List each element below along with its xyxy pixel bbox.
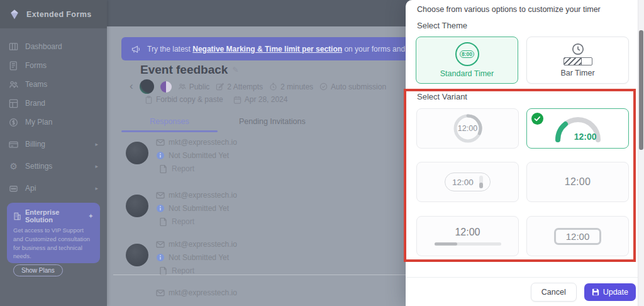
response-email: mkt@expresstech.io bbox=[156, 286, 237, 299]
sidebar-item-label: Brand bbox=[25, 99, 45, 108]
sidebar-item-label: Billing bbox=[25, 140, 45, 149]
modal-subtitle: Choose from various options to customize… bbox=[417, 5, 601, 14]
bar-timer-icon bbox=[564, 43, 592, 65]
timer-value: 12:00 bbox=[455, 227, 480, 238]
forms-icon bbox=[9, 61, 18, 71]
extended-forms-logo-icon bbox=[8, 8, 21, 21]
sidebar-item-label: Dashboard bbox=[25, 42, 62, 51]
date-meta: Apr 28, 2024 bbox=[233, 95, 288, 104]
megaphone-icon bbox=[131, 44, 141, 54]
pill-timer-icon: 12:00 bbox=[445, 173, 491, 191]
enterprise-title: Enterprise Solution bbox=[25, 208, 84, 224]
sidebar-item-brand[interactable]: Brand bbox=[0, 94, 107, 113]
app-window: Extended Forms Dashboard Forms Teams Bra… bbox=[0, 0, 644, 306]
sidebar-item-settings[interactable]: ⚙ Settings ▸ bbox=[0, 157, 107, 176]
variant-option-gauge-selected[interactable]: 12:00 bbox=[526, 108, 629, 149]
banner-link[interactable]: Negative Marking & Time limit per sectio… bbox=[192, 45, 342, 54]
sidebar-item-label: Teams bbox=[25, 80, 47, 89]
cancel-button[interactable]: Cancel bbox=[531, 283, 577, 302]
variant-option-progress-bar[interactable]: 12:00 bbox=[416, 216, 519, 256]
sidebar-item-forms[interactable]: Forms bbox=[0, 56, 107, 75]
scrollbar-track[interactable] bbox=[638, 0, 644, 306]
select-theme-label: Select Theme bbox=[417, 21, 467, 30]
mail-icon bbox=[156, 288, 165, 297]
app-title: Extended Forms bbox=[26, 10, 92, 19]
gauge-timer-icon: 12:00 bbox=[552, 113, 604, 144]
active-tab-underline bbox=[121, 130, 218, 132]
show-plans-button[interactable]: Show Plans bbox=[13, 264, 63, 276]
form-meta-row-2: Forbid copy & paste Apr 28, 2024 bbox=[145, 95, 287, 104]
teams-icon bbox=[9, 80, 18, 89]
response-status: Not Submitted Yet bbox=[156, 251, 237, 264]
settings-gear-icon: ⚙ bbox=[9, 162, 18, 171]
tab-pending-invitations[interactable]: Pending Invitations bbox=[239, 117, 306, 126]
modal-footer: Cancel Update bbox=[406, 277, 644, 306]
variant-option-boxed[interactable]: 12:00 bbox=[526, 216, 629, 256]
theme-color-dot bbox=[160, 81, 172, 93]
submenu-arrow-icon: ▸ bbox=[95, 185, 98, 191]
response-row[interactable]: mkt@expresstech.io bbox=[126, 286, 237, 306]
response-row[interactable]: mkt@expresstech.io Not Submitted Yet Rep… bbox=[126, 188, 237, 228]
sidebar-menu: Dashboard Forms Teams Brand My Plan Bill… bbox=[0, 37, 107, 198]
response-status: Not Submitted Yet bbox=[156, 149, 237, 162]
people-icon bbox=[178, 82, 186, 91]
response-report-link[interactable]: Report bbox=[156, 215, 237, 228]
logo-bar: Extended Forms bbox=[0, 0, 107, 28]
pencil-square-icon bbox=[216, 82, 224, 91]
avatar bbox=[126, 244, 148, 266]
sidebar-item-dashboard[interactable]: Dashboard bbox=[0, 37, 107, 56]
timer-value: 12:00 bbox=[565, 176, 591, 188]
enterprise-solution-card: Enterprise Solution ✦ Get access to VIP … bbox=[7, 203, 100, 263]
api-icon bbox=[9, 184, 18, 193]
variant-option-plain[interactable]: 12:00 bbox=[526, 162, 629, 202]
info-icon bbox=[156, 204, 165, 213]
auto-submission-meta: Auto submission bbox=[319, 82, 386, 91]
scrollbar-thumb[interactable] bbox=[639, 30, 643, 150]
variant-option-ring[interactable]: 12:00 bbox=[416, 108, 519, 149]
avatar bbox=[126, 142, 148, 164]
response-status: Not Submitted Yet bbox=[156, 201, 237, 215]
sidebar-item-label: My Plan bbox=[25, 118, 52, 127]
sidebar-item-api[interactable]: Api ▸ bbox=[0, 179, 107, 198]
sidebar-item-my-plan[interactable]: My Plan bbox=[0, 113, 107, 132]
file-icon bbox=[159, 266, 168, 275]
select-variant-label: Select Variant bbox=[417, 92, 467, 101]
response-row[interactable]: mkt@expresstech.io Not Submitted Yet Rep… bbox=[126, 135, 237, 175]
variant-option-pill[interactable]: 12:00 bbox=[416, 162, 519, 202]
submenu-arrow-icon: ▸ bbox=[95, 141, 98, 147]
selected-check-icon bbox=[531, 113, 543, 125]
standard-timer-icon: 8:00 bbox=[455, 42, 479, 66]
update-button[interactable]: Update bbox=[584, 283, 636, 301]
response-row[interactable]: mkt@expresstech.io Not Submitted Yet Rep… bbox=[126, 237, 237, 277]
submenu-arrow-icon: ▸ bbox=[95, 163, 98, 169]
info-icon bbox=[156, 253, 165, 262]
response-email: mkt@expresstech.io bbox=[156, 135, 237, 149]
timer-value: 12:00 bbox=[452, 112, 484, 145]
sidebar-item-billing[interactable]: Billing ▸ bbox=[0, 135, 107, 154]
building-icon bbox=[13, 212, 21, 220]
response-email: mkt@expresstech.io bbox=[156, 188, 237, 201]
sidebar-item-teams[interactable]: Teams bbox=[0, 75, 107, 94]
edit-title-icon[interactable]: ✎ bbox=[232, 65, 238, 74]
billing-icon bbox=[9, 140, 18, 149]
page-title: Event feedback ✎ bbox=[140, 63, 238, 77]
visibility-meta: Public bbox=[178, 82, 210, 91]
sidebar: Extended Forms Dashboard Forms Teams Bra… bbox=[0, 0, 107, 306]
attempts-meta: 2 Attempts bbox=[216, 82, 263, 91]
response-report-link[interactable]: Report bbox=[156, 162, 237, 175]
chevron-left-icon[interactable]: ‹ bbox=[130, 81, 133, 91]
theme-option-label: Bar Timer bbox=[560, 69, 594, 77]
list-divider bbox=[113, 275, 406, 275]
timer-value: 12:00 bbox=[574, 132, 597, 142]
forbid-copy-meta: Forbid copy & paste bbox=[145, 95, 223, 104]
file-icon bbox=[159, 164, 168, 173]
tab-responses[interactable]: Responses bbox=[121, 117, 218, 126]
theme-option-standard-timer[interactable]: 8:00 Standard Timer bbox=[416, 37, 518, 84]
my-plan-icon bbox=[9, 118, 18, 127]
clipboard-icon bbox=[145, 96, 153, 104]
dashboard-icon bbox=[9, 42, 18, 52]
theme-option-label: Standard Timer bbox=[440, 69, 494, 78]
theme-option-bar-timer[interactable]: Bar Timer bbox=[526, 37, 629, 84]
enterprise-description: Get access to VIP Support and Customized… bbox=[13, 226, 94, 261]
info-icon bbox=[156, 151, 165, 160]
